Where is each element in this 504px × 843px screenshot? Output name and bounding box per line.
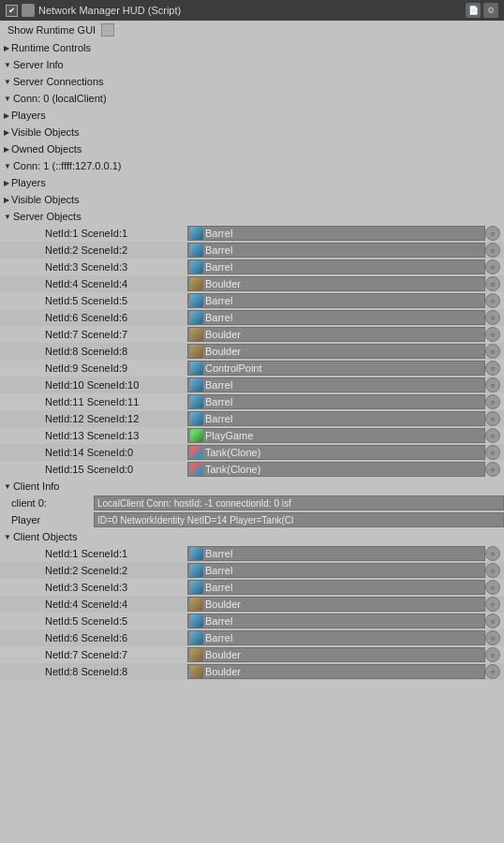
object-id-label: NetId:15 SceneId:0 (0, 464, 187, 475)
conn0-visible-header[interactable]: ▶ Visible Objects (0, 124, 504, 140)
object-select-button[interactable]: ○ (485, 445, 500, 460)
object-value-box: Boulder (187, 344, 485, 359)
object-value-box: Boulder (187, 664, 485, 679)
table-row: NetId:5 SceneId:5Barrel○ (0, 292, 504, 309)
client-objects-arrow: ▼ (4, 533, 11, 541)
object-select-button[interactable]: ○ (485, 630, 500, 645)
show-runtime-label: Show Runtime GUI (7, 24, 96, 36)
tank-icon (190, 446, 203, 459)
object-name: Tank(Clone) (205, 464, 260, 475)
object-id-label: NetId:12 SceneId:12 (0, 413, 187, 424)
client-objects-list: NetId:1 SceneId:1Barrel○NetId:2 SceneId:… (0, 545, 504, 680)
conn1-visible-header[interactable]: ▶ Visible Objects (0, 191, 504, 208)
object-select-button[interactable]: ○ (485, 327, 500, 342)
client-info-header[interactable]: ▼ Client Info (0, 478, 504, 495)
object-value-box: PlayGame (187, 428, 485, 443)
object-value-box: Boulder (187, 276, 485, 291)
object-select-button[interactable]: ○ (485, 462, 500, 477)
object-id-label: NetId:5 SceneId:5 (0, 295, 187, 306)
conn1-arrow: ▼ (4, 162, 11, 170)
object-name: Boulder (205, 278, 241, 289)
object-select-button[interactable]: ○ (485, 243, 500, 258)
object-value-box: Barrel (187, 563, 485, 578)
object-id-label: NetId:6 SceneId:6 (0, 312, 187, 323)
conn1-header[interactable]: ▼ Conn: 1 (::ffff:127.0.0.1) (0, 157, 504, 174)
conn1-visible-arrow: ▶ (4, 196, 9, 204)
conn1-players-arrow: ▶ (4, 179, 9, 187)
conn0-owned-header[interactable]: ▶ Owned Objects (0, 140, 504, 157)
object-select-button[interactable]: ○ (485, 597, 500, 612)
boulder-icon (190, 598, 203, 611)
player-label: Player (0, 514, 94, 525)
object-value-box: Barrel (187, 310, 485, 325)
object-select-button[interactable]: ○ (485, 344, 500, 359)
object-select-button[interactable]: ○ (485, 293, 500, 308)
client0-value: LocalClient Conn: hostId: -1 connectionI… (94, 495, 504, 510)
doc-icon[interactable]: 📄 (466, 3, 481, 18)
barrel-icon (190, 547, 203, 560)
object-id-label: NetId:3 SceneId:3 (0, 261, 187, 273)
object-value-box: Boulder (187, 597, 485, 612)
object-name: Barrel (205, 548, 232, 559)
object-value-box: Barrel (187, 226, 485, 241)
title-checkbox[interactable]: ✔ (6, 5, 18, 17)
server-objects-header[interactable]: ▼ Server Objects (0, 208, 504, 225)
object-select-button[interactable]: ○ (485, 563, 500, 578)
object-name: Tank(Clone) (205, 447, 260, 458)
table-row: NetId:7 SceneId:7Boulder○ (0, 326, 504, 343)
conn1-players-header[interactable]: ▶ Players (0, 174, 504, 191)
runtime-controls-header[interactable]: ▶ Runtime Controls (0, 39, 504, 56)
object-select-button[interactable]: ○ (485, 394, 500, 409)
object-value-box: Boulder (187, 647, 485, 662)
object-id-label: NetId:1 SceneId:1 (0, 228, 187, 239)
object-select-button[interactable]: ○ (485, 310, 500, 325)
barrel-icon (190, 311, 203, 324)
object-select-button[interactable]: ○ (485, 664, 500, 679)
table-row: NetId:10 SceneId:10Barrel○ (0, 377, 504, 393)
title-bar: ✔ Network Manager HUD (Script) 📄 ⚙ (0, 0, 504, 21)
runtime-controls-arrow: ▶ (4, 44, 9, 52)
object-id-label: NetId:10 SceneId:10 (0, 379, 187, 391)
object-name: Boulder (205, 329, 241, 340)
table-row: NetId:6 SceneId:6Barrel○ (0, 309, 504, 326)
server-info-arrow: ▼ (4, 61, 11, 69)
object-select-button[interactable]: ○ (485, 428, 500, 443)
table-row: NetId:6 SceneId:6Barrel○ (0, 629, 504, 646)
object-value-box: Barrel (187, 293, 485, 308)
conn0-players-header[interactable]: ▶ Players (0, 107, 504, 124)
object-id-label: NetId:3 SceneId:3 (0, 582, 187, 593)
object-select-button[interactable]: ○ (485, 361, 500, 376)
conn0-header[interactable]: ▼ Conn: 0 (localClient) (0, 90, 504, 107)
object-select-button[interactable]: ○ (485, 411, 500, 426)
object-id-label: NetId:14 SceneId:0 (0, 447, 187, 458)
object-select-button[interactable]: ○ (485, 647, 500, 662)
show-runtime-checkbox[interactable] (101, 23, 114, 37)
object-id-label: NetId:6 SceneId:6 (0, 632, 187, 643)
table-row: NetId:4 SceneId:4Boulder○ (0, 275, 504, 292)
server-connections-header[interactable]: ▼ Server Connections (0, 73, 504, 90)
table-row: NetId:15 SceneId:0Tank(Clone)○ (0, 461, 504, 478)
server-info-label: Server Info (13, 59, 64, 70)
object-name: Barrel (205, 582, 232, 593)
object-select-button[interactable]: ○ (485, 546, 500, 561)
client-objects-header[interactable]: ▼ Client Objects (0, 528, 504, 545)
object-select-button[interactable]: ○ (485, 276, 500, 291)
object-select-button[interactable]: ○ (485, 614, 500, 629)
barrel-icon (190, 614, 203, 628)
runtime-controls-label: Runtime Controls (11, 42, 91, 53)
object-name: Barrel (205, 312, 232, 323)
object-select-button[interactable]: ○ (485, 259, 500, 274)
object-value-box: Tank(Clone) (187, 462, 485, 477)
gear-icon[interactable]: ⚙ (483, 3, 498, 18)
barrel-icon (190, 581, 203, 594)
object-select-button[interactable]: ○ (485, 377, 500, 392)
object-select-button[interactable]: ○ (485, 226, 500, 241)
object-value-box: Barrel (187, 580, 485, 595)
table-row: NetId:3 SceneId:3Barrel○ (0, 579, 504, 596)
table-row: NetId:1 SceneId:1Barrel○ (0, 545, 504, 562)
server-info-header[interactable]: ▼ Server Info (0, 56, 504, 73)
object-value-box: ControlPoint (187, 361, 485, 376)
object-select-button[interactable]: ○ (485, 580, 500, 595)
table-row: NetId:11 SceneId:11Barrel○ (0, 393, 504, 410)
object-id-label: NetId:2 SceneId:2 (0, 565, 187, 576)
